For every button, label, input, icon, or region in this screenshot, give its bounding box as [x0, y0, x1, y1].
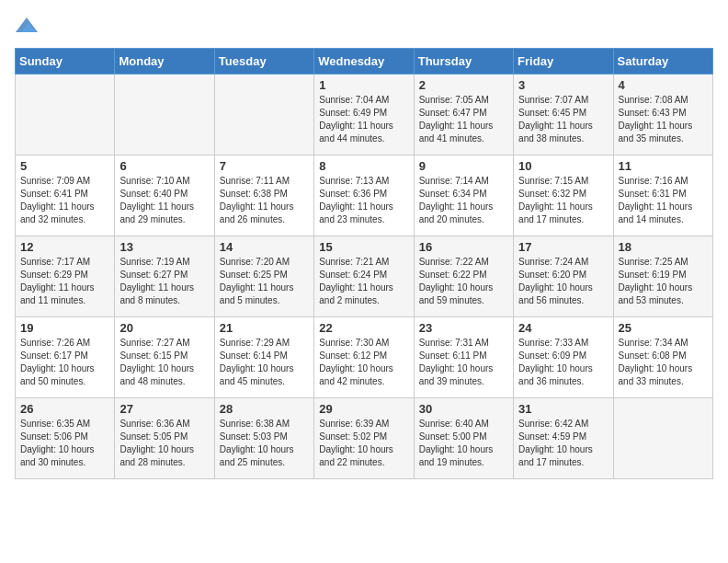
day-info: Sunrise: 7:13 AM Sunset: 6:36 PM Dayligh…	[319, 175, 408, 226]
day-number: 17	[518, 240, 608, 254]
calendar-cell: 14Sunrise: 7:20 AM Sunset: 6:25 PM Dayli…	[214, 236, 313, 317]
calendar-cell: 1Sunrise: 7:04 AM Sunset: 6:49 PM Daylig…	[314, 75, 414, 155]
day-info: Sunrise: 7:11 AM Sunset: 6:38 PM Dayligh…	[220, 175, 309, 226]
day-number: 6	[119, 159, 209, 173]
day-info: Sunrise: 7:34 AM Sunset: 6:08 PM Dayligh…	[619, 337, 708, 388]
day-info: Sunrise: 7:04 AM Sunset: 6:49 PM Dayligh…	[319, 94, 408, 145]
calendar-table: SundayMondayTuesdayWednesdayThursdayFrid…	[15, 48, 713, 479]
weekday-header-tuesday: Tuesday	[214, 49, 313, 75]
calendar-cell: 16Sunrise: 7:22 AM Sunset: 6:22 PM Dayli…	[414, 236, 513, 317]
day-info: Sunrise: 7:15 AM Sunset: 6:32 PM Dayligh…	[518, 175, 608, 226]
calendar-cell: 31Sunrise: 6:42 AM Sunset: 4:59 PM Dayli…	[514, 398, 613, 479]
calendar-cell: 19Sunrise: 7:26 AM Sunset: 6:17 PM Dayli…	[16, 317, 115, 398]
week-row-4: 19Sunrise: 7:26 AM Sunset: 6:17 PM Dayli…	[16, 317, 713, 398]
day-number: 16	[419, 240, 508, 254]
day-number: 22	[319, 321, 408, 335]
day-info: Sunrise: 6:35 AM Sunset: 5:06 PM Dayligh…	[20, 418, 109, 469]
week-row-5: 26Sunrise: 6:35 AM Sunset: 5:06 PM Dayli…	[16, 398, 713, 479]
day-info: Sunrise: 7:14 AM Sunset: 6:34 PM Dayligh…	[419, 175, 508, 226]
day-info: Sunrise: 7:07 AM Sunset: 6:45 PM Dayligh…	[518, 94, 608, 145]
day-info: Sunrise: 6:39 AM Sunset: 5:02 PM Dayligh…	[319, 418, 408, 469]
calendar-cell: 23Sunrise: 7:31 AM Sunset: 6:11 PM Dayli…	[414, 317, 513, 398]
day-number: 4	[619, 78, 708, 92]
day-number: 26	[20, 402, 109, 416]
calendar-cell: 17Sunrise: 7:24 AM Sunset: 6:20 PM Dayli…	[514, 236, 613, 317]
day-number: 12	[20, 240, 109, 254]
day-info: Sunrise: 7:33 AM Sunset: 6:09 PM Dayligh…	[518, 337, 608, 388]
calendar-cell: 26Sunrise: 6:35 AM Sunset: 5:06 PM Dayli…	[16, 398, 115, 479]
week-row-3: 12Sunrise: 7:17 AM Sunset: 6:29 PM Dayli…	[16, 236, 713, 317]
day-number: 18	[619, 240, 708, 254]
day-info: Sunrise: 7:21 AM Sunset: 6:24 PM Dayligh…	[319, 256, 408, 307]
day-number: 20	[119, 321, 209, 335]
calendar-cell: 21Sunrise: 7:29 AM Sunset: 6:14 PM Dayli…	[214, 317, 313, 398]
calendar-cell: 13Sunrise: 7:19 AM Sunset: 6:27 PM Dayli…	[115, 236, 214, 317]
weekday-header-thursday: Thursday	[414, 49, 513, 75]
page-header	[15, 15, 713, 37]
calendar-cell: 9Sunrise: 7:14 AM Sunset: 6:34 PM Daylig…	[414, 155, 513, 236]
calendar-cell: 3Sunrise: 7:07 AM Sunset: 6:45 PM Daylig…	[514, 75, 613, 155]
day-number: 2	[419, 78, 508, 92]
day-info: Sunrise: 6:38 AM Sunset: 5:03 PM Dayligh…	[220, 418, 309, 469]
calendar-cell: 29Sunrise: 6:39 AM Sunset: 5:02 PM Dayli…	[314, 398, 414, 479]
day-info: Sunrise: 7:26 AM Sunset: 6:17 PM Dayligh…	[20, 337, 109, 388]
calendar-cell: 2Sunrise: 7:05 AM Sunset: 6:47 PM Daylig…	[414, 75, 513, 155]
day-number: 13	[119, 240, 209, 254]
calendar-cell	[16, 75, 115, 155]
day-info: Sunrise: 7:24 AM Sunset: 6:20 PM Dayligh…	[518, 256, 608, 307]
week-row-2: 5Sunrise: 7:09 AM Sunset: 6:41 PM Daylig…	[16, 155, 713, 236]
day-number: 14	[220, 240, 309, 254]
day-number: 29	[319, 402, 408, 416]
day-number: 5	[20, 159, 109, 173]
day-number: 21	[220, 321, 309, 335]
day-number: 25	[619, 321, 708, 335]
day-number: 31	[518, 402, 608, 416]
day-info: Sunrise: 6:40 AM Sunset: 5:00 PM Dayligh…	[419, 418, 508, 469]
calendar-cell	[115, 75, 214, 155]
calendar-cell: 27Sunrise: 6:36 AM Sunset: 5:05 PM Dayli…	[115, 398, 214, 479]
day-number: 23	[419, 321, 508, 335]
weekday-header-wednesday: Wednesday	[314, 49, 414, 75]
calendar-cell: 8Sunrise: 7:13 AM Sunset: 6:36 PM Daylig…	[314, 155, 414, 236]
calendar-cell: 25Sunrise: 7:34 AM Sunset: 6:08 PM Dayli…	[613, 317, 712, 398]
calendar-cell: 18Sunrise: 7:25 AM Sunset: 6:19 PM Dayli…	[613, 236, 712, 317]
day-number: 7	[220, 159, 309, 173]
calendar-cell: 20Sunrise: 7:27 AM Sunset: 6:15 PM Dayli…	[115, 317, 214, 398]
calendar-cell: 5Sunrise: 7:09 AM Sunset: 6:41 PM Daylig…	[16, 155, 115, 236]
day-info: Sunrise: 7:29 AM Sunset: 6:14 PM Dayligh…	[220, 337, 309, 388]
calendar-cell: 11Sunrise: 7:16 AM Sunset: 6:31 PM Dayli…	[613, 155, 712, 236]
day-info: Sunrise: 7:30 AM Sunset: 6:12 PM Dayligh…	[319, 337, 408, 388]
day-number: 11	[619, 159, 708, 173]
day-number: 24	[518, 321, 608, 335]
weekday-header-row: SundayMondayTuesdayWednesdayThursdayFrid…	[16, 49, 713, 75]
day-info: Sunrise: 7:22 AM Sunset: 6:22 PM Dayligh…	[419, 256, 508, 307]
weekday-header-saturday: Saturday	[613, 49, 712, 75]
day-number: 30	[419, 402, 508, 416]
day-info: Sunrise: 7:20 AM Sunset: 6:25 PM Dayligh…	[220, 256, 309, 307]
weekday-header-monday: Monday	[115, 49, 214, 75]
calendar-cell: 30Sunrise: 6:40 AM Sunset: 5:00 PM Dayli…	[414, 398, 513, 479]
calendar-cell: 15Sunrise: 7:21 AM Sunset: 6:24 PM Dayli…	[314, 236, 414, 317]
day-number: 28	[220, 402, 309, 416]
day-info: Sunrise: 6:36 AM Sunset: 5:05 PM Dayligh…	[119, 418, 209, 469]
calendar-cell: 12Sunrise: 7:17 AM Sunset: 6:29 PM Dayli…	[16, 236, 115, 317]
day-info: Sunrise: 7:19 AM Sunset: 6:27 PM Dayligh…	[119, 256, 209, 307]
day-info: Sunrise: 7:27 AM Sunset: 6:15 PM Dayligh…	[119, 337, 209, 388]
logo-icon	[16, 14, 38, 36]
day-number: 3	[518, 78, 608, 92]
day-info: Sunrise: 7:16 AM Sunset: 6:31 PM Dayligh…	[619, 175, 708, 226]
logo	[15, 15, 40, 37]
calendar-cell: 10Sunrise: 7:15 AM Sunset: 6:32 PM Dayli…	[514, 155, 613, 236]
logo-text	[15, 15, 38, 37]
day-number: 9	[419, 159, 508, 173]
week-row-1: 1Sunrise: 7:04 AM Sunset: 6:49 PM Daylig…	[16, 75, 713, 155]
day-info: Sunrise: 6:42 AM Sunset: 4:59 PM Dayligh…	[518, 418, 608, 469]
day-info: Sunrise: 7:25 AM Sunset: 6:19 PM Dayligh…	[619, 256, 708, 307]
calendar-cell: 24Sunrise: 7:33 AM Sunset: 6:09 PM Dayli…	[514, 317, 613, 398]
calendar-cell: 22Sunrise: 7:30 AM Sunset: 6:12 PM Dayli…	[314, 317, 414, 398]
weekday-header-friday: Friday	[514, 49, 613, 75]
day-number: 10	[518, 159, 608, 173]
calendar-cell: 28Sunrise: 6:38 AM Sunset: 5:03 PM Dayli…	[214, 398, 313, 479]
calendar-cell	[613, 398, 712, 479]
day-info: Sunrise: 7:09 AM Sunset: 6:41 PM Dayligh…	[20, 175, 109, 226]
